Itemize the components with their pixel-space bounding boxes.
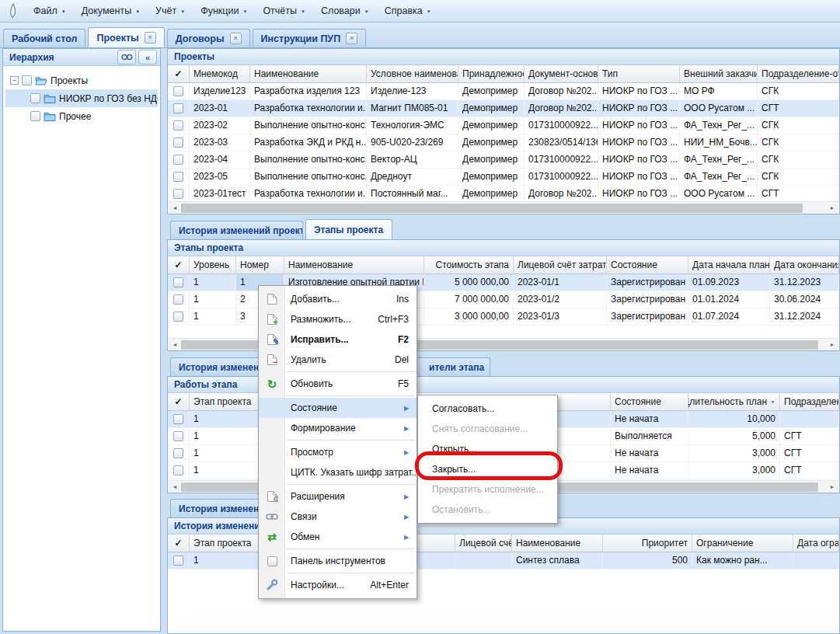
column-header[interactable]: Подразделение-от xyxy=(758,65,839,82)
menu-item[interactable]: Формирование▶ xyxy=(259,418,417,438)
column-header[interactable]: ✓ xyxy=(168,535,190,552)
table-cell[interactable]: СГК xyxy=(758,169,839,185)
table-cell[interactable]: 3,000 xyxy=(688,462,780,479)
table-cell[interactable]: ООО Русатом ... xyxy=(680,186,758,202)
menu-item[interactable]: ЦИТК. Указать шифр затрат... xyxy=(259,462,417,482)
column-header[interactable]: ✓ xyxy=(168,393,190,410)
column-header[interactable]: Стоимость этапа xyxy=(424,256,514,273)
menu-item[interactable]: +Размножить...Ctrl+F3 xyxy=(259,309,417,329)
collapse-node-icon[interactable]: − xyxy=(10,76,19,85)
table-cell[interactable]: ООО Русатом ... xyxy=(680,100,758,117)
row-checkbox[interactable] xyxy=(173,172,183,182)
column-header[interactable]: Дата начала план xyxy=(688,256,770,273)
table-cell[interactable]: 017310000922... xyxy=(525,169,598,185)
column-header[interactable]: Лицевой счёт затрат. xyxy=(514,256,607,273)
table-cell[interactable]: Как можно ран... xyxy=(692,552,793,569)
table-row[interactable]: 2023-01тестРазработка технологии и...Пос… xyxy=(168,186,839,203)
table-cell[interactable]: НИОКР по ГОЗ ... xyxy=(598,100,680,117)
column-header[interactable]: Наименование xyxy=(250,65,367,82)
table-cell[interactable]: Демопример xyxy=(458,83,525,99)
row-checkbox[interactable] xyxy=(173,556,183,566)
table-cell[interactable]: 2023-05 xyxy=(190,169,250,185)
table-cell[interactable] xyxy=(455,552,512,569)
table-cell[interactable]: 2023-03 xyxy=(190,134,250,151)
table-cell[interactable]: 017310000922... xyxy=(525,117,598,134)
table-cell[interactable]: 01.09.2023 xyxy=(688,274,770,291)
column-header[interactable]: Дата ограничения xyxy=(793,535,839,552)
table-cell[interactable]: 2023-01тест xyxy=(190,186,250,202)
tree-checkbox[interactable] xyxy=(30,93,40,103)
table-cell[interactable]: СГК xyxy=(758,83,839,99)
table-cell[interactable]: Разработка технологии и... xyxy=(250,186,367,202)
table-cell[interactable]: СГК xyxy=(758,117,839,134)
menubar-item[interactable]: Учёт▼ xyxy=(148,2,193,19)
table-cell[interactable]: ФА_Техн_Рег_... xyxy=(680,117,758,134)
table-cell[interactable]: СГТ xyxy=(780,462,839,479)
table-cell[interactable]: 230823/0514/136 xyxy=(525,134,598,151)
table-cell[interactable]: Не начата xyxy=(611,411,688,427)
table-cell[interactable]: 2023-04 xyxy=(190,152,250,168)
menubar-item[interactable]: Файл▼ xyxy=(26,2,74,19)
table-cell[interactable]: Зарегистрирован xyxy=(607,274,688,291)
table-cell[interactable]: НИИ_НМ_Бочв... xyxy=(680,134,758,151)
table-cell[interactable]: Технология-ЭМС xyxy=(367,117,458,134)
row-checkbox[interactable] xyxy=(173,86,183,96)
table-cell[interactable]: 31.12.2023 xyxy=(770,274,839,291)
collapse-panel-button[interactable]: « xyxy=(138,50,157,64)
menubar-item[interactable]: Отчёты▼ xyxy=(255,2,313,19)
tab-desktop[interactable]: Рабочий стол xyxy=(3,29,85,47)
table-cell[interactable]: 3 000 000,00 xyxy=(424,308,514,325)
table-cell[interactable]: Демопример xyxy=(458,100,525,117)
menu-item[interactable]: Просмотр▶ xyxy=(259,442,417,462)
table-row[interactable]: 2023-02Выполнение опытно-конс...Технолог… xyxy=(168,117,839,134)
tab-contracts[interactable]: Договоры× xyxy=(167,29,250,47)
table-cell[interactable]: СГТ xyxy=(758,186,839,202)
menubar-item[interactable]: Функции▼ xyxy=(193,2,255,19)
scroll-right-icon[interactable]: ► xyxy=(826,202,838,214)
column-header[interactable]: Состояние xyxy=(607,256,688,273)
row-checkbox[interactable] xyxy=(173,448,183,458)
menu-item[interactable]: ⇄Обмен▶ xyxy=(259,527,417,547)
table-cell[interactable]: СГК xyxy=(758,152,839,168)
row-checkbox[interactable] xyxy=(173,312,183,322)
column-header[interactable]: Тип xyxy=(598,65,680,82)
table-cell[interactable]: Зарегистрирован xyxy=(607,291,688,308)
table-cell[interactable]: НИОКР по ГОЗ ... xyxy=(598,117,680,134)
table-cell[interactable]: ФА_Техн_Рег_... xyxy=(680,169,758,185)
tree-checkbox[interactable] xyxy=(30,111,40,121)
projects-horizontal-scrollbar[interactable]: ◄ ► xyxy=(169,201,838,214)
table-cell[interactable]: 2023-02 xyxy=(190,117,250,134)
table-cell[interactable]: Зарегистрирован xyxy=(607,308,688,325)
table-cell[interactable]: 5 000 000,00 xyxy=(424,274,514,291)
column-header[interactable]: Приоритет xyxy=(603,535,692,552)
menu-item[interactable]: Связи▶ xyxy=(259,507,417,527)
table-cell[interactable]: Демопример xyxy=(458,134,525,151)
table-cell[interactable]: НИОКР по ГОЗ ... xyxy=(598,83,680,99)
table-cell[interactable]: НИОКР по ГОЗ ... xyxy=(598,134,680,151)
column-header[interactable]: Документ-основан xyxy=(525,65,598,82)
column-header[interactable]: Подразделение-исполн xyxy=(780,393,839,410)
table-row[interactable]: 2023-03Разработка ЭКД и РКД н...905-U020… xyxy=(168,134,839,152)
table-cell[interactable]: Демопример xyxy=(458,186,525,202)
table-cell[interactable]: 30.06.2024 xyxy=(770,291,839,308)
scroll-left-icon[interactable]: ◄ xyxy=(169,202,181,214)
table-cell[interactable]: Договор №202... xyxy=(525,83,598,99)
table-cell[interactable]: Выполнение опытно-конс... xyxy=(250,117,367,134)
table-cell[interactable]: Выполнение опытно-конс... xyxy=(250,169,367,185)
tree-checkbox[interactable] xyxy=(22,75,32,85)
tab-close-icon[interactable]: × xyxy=(230,33,242,44)
table-cell[interactable]: 017310000922... xyxy=(525,152,598,168)
menu-item[interactable]: Панель инструментов xyxy=(259,551,417,571)
column-header[interactable]: Номер xyxy=(236,256,284,273)
row-checkbox[interactable] xyxy=(173,120,183,131)
row-checkbox[interactable] xyxy=(173,155,183,165)
tree-item[interactable]: НИОКР по ГОЗ без НДС xyxy=(5,89,158,107)
column-header[interactable]: Мнемокод xyxy=(190,65,250,82)
tab-instructions[interactable]: Инструкции ПУП× xyxy=(253,29,367,47)
table-cell[interactable]: 5,000 xyxy=(688,428,780,444)
table-cell[interactable]: Демопример xyxy=(458,117,525,134)
column-header[interactable]: Состояние xyxy=(611,393,688,410)
column-header[interactable]: Ограничение xyxy=(692,535,793,552)
row-checkbox[interactable] xyxy=(173,103,183,113)
row-checkbox[interactable] xyxy=(173,294,183,305)
